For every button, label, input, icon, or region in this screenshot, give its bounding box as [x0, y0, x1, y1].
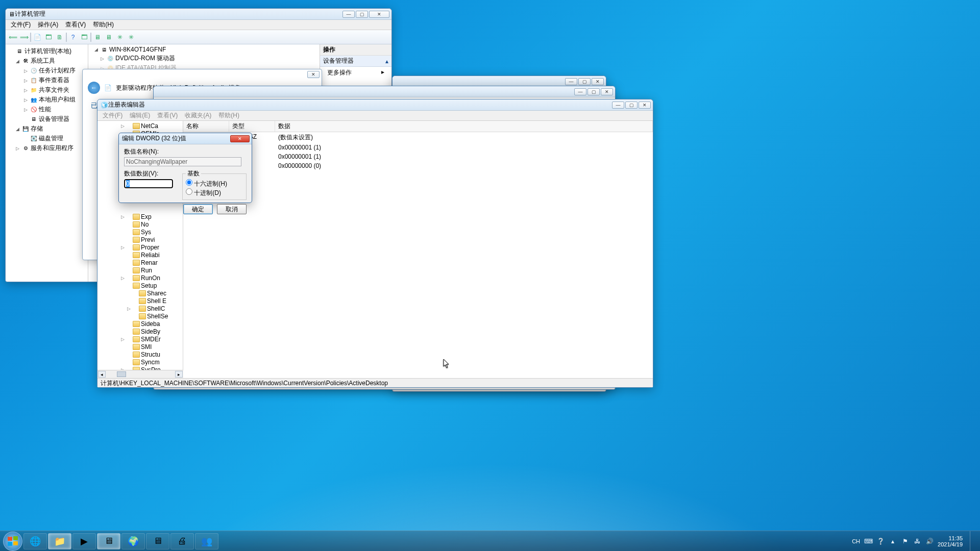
actions-section[interactable]: 设备管理器 [323, 57, 354, 65]
refresh-icon[interactable]: 🗎 [55, 32, 65, 42]
menu-action[interactable]: 操作(A) [35, 19, 61, 30]
menu-help[interactable]: 帮助(H) [215, 110, 242, 121]
close-button[interactable]: ✕ [307, 71, 320, 78]
tree-key[interactable]: No [141, 221, 149, 228]
flag-icon[interactable]: ⚑ [901, 537, 909, 545]
tree-item[interactable]: 任务计划程序 [39, 66, 76, 75]
taskbar-app[interactable]: 🖨 [170, 533, 194, 549]
value-name-field[interactable] [124, 157, 241, 166]
close-button[interactable]: ✕ [369, 11, 389, 18]
maximize-button[interactable]: ▢ [625, 102, 638, 109]
tree-key[interactable]: Syncm [141, 359, 160, 366]
tree-key[interactable]: Structu [141, 351, 160, 358]
tree-item[interactable]: 本地用户和组 [39, 95, 76, 104]
tree-key[interactable]: Sharec [147, 290, 166, 297]
taskbar-app[interactable]: 🌍 [121, 533, 145, 549]
nav-fwd-icon[interactable]: ⟹ [19, 32, 29, 42]
minimize-button[interactable]: — [565, 78, 577, 85]
network-icon[interactable]: 🖧 [913, 537, 921, 545]
device-dvd[interactable]: DVD/CD-ROM 驱动器 [115, 54, 175, 63]
tree-key[interactable]: SMI [141, 343, 152, 350]
menu-file[interactable]: 文件(F) [100, 110, 126, 121]
close-button[interactable]: ✕ [230, 135, 250, 142]
radio-hex[interactable] [186, 179, 192, 186]
tree-item[interactable]: 性能 [39, 105, 51, 114]
menu-edit[interactable]: 编辑(E) [127, 110, 153, 121]
tree-item[interactable]: 设备管理器 [39, 115, 69, 123]
regedit-value-list[interactable]: 名称 类型 数据 (默认)REG_SZ(数值未设置)WORD0x00000001… [183, 121, 653, 378]
taskbar-ie[interactable]: 🌐 [23, 533, 47, 549]
close-button[interactable]: ✕ [592, 78, 604, 85]
tree-key[interactable]: ShellC [147, 305, 165, 312]
value-data-field[interactable] [124, 179, 173, 188]
tree-key[interactable]: Renar [141, 259, 158, 266]
props-icon[interactable]: 🗔 [43, 32, 54, 42]
back-icon[interactable]: ← [88, 82, 100, 94]
radio-dec[interactable] [186, 188, 192, 195]
view-icon[interactable]: 🗔 [79, 32, 89, 42]
tree-key[interactable]: Sys [141, 229, 151, 236]
lang-indicator[interactable]: CH [852, 538, 860, 544]
tree-key[interactable]: Shell E [147, 297, 166, 305]
taskbar-explorer[interactable]: 📁 [48, 533, 71, 549]
menu-help[interactable]: 帮助(H) [90, 19, 117, 30]
scroll-left-icon[interactable]: ◂ [98, 371, 106, 378]
menu-view[interactable]: 查看(V) [62, 19, 89, 30]
tree-key[interactable]: SMDEr [141, 336, 161, 343]
minimize-button[interactable]: — [574, 88, 586, 95]
tree-key[interactable]: Setup [141, 282, 157, 289]
ok-button[interactable]: 确定 [183, 204, 213, 214]
close-button[interactable]: ✕ [601, 88, 613, 95]
taskbar-clock[interactable]: 11:35 2021/4/19 [938, 535, 963, 547]
tree-systools[interactable]: 系统工具 [31, 57, 55, 65]
show-desktop-button[interactable] [970, 531, 975, 552]
cancel-button[interactable]: 取消 [217, 204, 247, 214]
menu-view[interactable]: 查看(V) [154, 110, 181, 121]
tool-icon[interactable]: 🖥 [104, 32, 114, 42]
tree-item[interactable]: 磁盘管理 [39, 134, 63, 143]
tree-key[interactable]: SideBy [141, 328, 160, 335]
taskbar-app[interactable]: 🖥 [146, 533, 169, 549]
menu-file[interactable]: 文件(F) [8, 19, 34, 30]
device-host[interactable]: WIN-8K4OT14GFNF [109, 46, 166, 53]
compmgmt-tree[interactable]: 🖥计算机管理(本地) ◢🛠系统工具 ▷🕒任务计划程序 ▷📋事件查看器 ▷📁共享文… [6, 44, 88, 282]
volume-icon[interactable]: 🔊 [925, 537, 934, 545]
actions-more[interactable]: 更多操作 [327, 68, 352, 77]
collapse-icon[interactable]: ▴ [385, 58, 388, 65]
tree-services[interactable]: 服务和应用程序 [31, 144, 74, 153]
tree-item[interactable]: 事件查看器 [39, 76, 69, 85]
help-tray-icon[interactable]: ❔ [876, 537, 885, 545]
col-type[interactable]: 类型 [229, 121, 275, 132]
taskbar-app[interactable]: 👥 [195, 533, 218, 549]
tree-key[interactable]: Reliabi [141, 252, 160, 259]
tool-icon[interactable]: ✳ [115, 32, 125, 42]
taskbar-app[interactable]: 🖥 [97, 533, 120, 549]
maximize-button[interactable]: ▢ [587, 88, 600, 95]
tree-key[interactable]: NetCa [141, 122, 158, 130]
tree-key[interactable]: Sideba [141, 320, 160, 328]
tool-icon[interactable]: ✳ [126, 32, 136, 42]
help-icon[interactable]: ? [68, 32, 78, 42]
scroll-thumb[interactable] [117, 371, 126, 377]
maximize-button[interactable]: ▢ [578, 78, 591, 85]
keyboard-icon[interactable]: ⌨ [864, 537, 872, 545]
tree-key[interactable]: Run [141, 267, 152, 274]
scan-icon[interactable]: 🖥 [92, 32, 103, 42]
nav-back-icon[interactable]: ⟸ [8, 32, 18, 42]
tree-hscroll[interactable]: ◂ ▸ [97, 370, 183, 378]
close-button[interactable]: ✕ [639, 102, 651, 109]
tree-key[interactable]: Previ [141, 236, 155, 243]
tree-root[interactable]: 计算机管理(本地) [24, 47, 71, 56]
maximize-button[interactable]: ▢ [356, 11, 368, 18]
start-button[interactable] [3, 532, 22, 551]
minimize-button[interactable]: — [612, 102, 624, 109]
tree-key[interactable]: RunOn [141, 274, 160, 282]
minimize-button[interactable]: — [342, 11, 355, 18]
tree-key[interactable]: Proper [141, 244, 159, 251]
scroll-right-icon[interactable]: ▸ [175, 371, 183, 378]
chevron-up-icon[interactable]: ▴ [889, 537, 897, 545]
tree-storage[interactable]: 存储 [31, 124, 43, 133]
tree-key[interactable]: ShellSe [147, 313, 168, 320]
menu-fav[interactable]: 收藏夹(A) [182, 110, 214, 121]
tree-item[interactable]: 共享文件夹 [39, 86, 69, 94]
